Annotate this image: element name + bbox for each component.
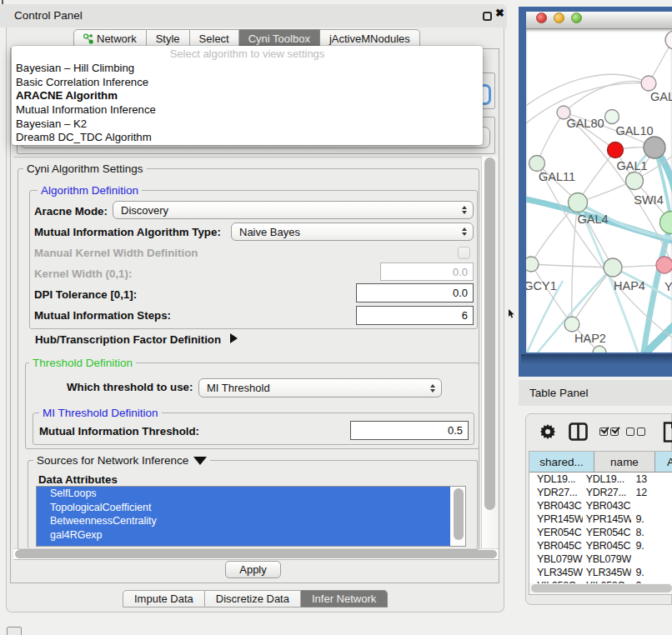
tab-label: Cyni Toolbox [248,32,310,45]
table-row[interactable]: YBL079W YBL079W [529,552,672,566]
table-row[interactable]: YDR27... YDR27... 12 [529,486,672,499]
network-icon [83,33,93,44]
manual-kernel-width-checkbox[interactable] [458,247,470,259]
tab[interactable]: Discretize Data [205,590,301,608]
table-row[interactable]: YBR045C YBR045C 9. [529,539,672,552]
dropdown-item[interactable]: Bayesian – Hill Climbing [12,62,483,76]
gear-icon[interactable] [540,424,555,439]
network-edge[interactable] [572,268,613,324]
column-header[interactable]: A [655,452,672,472]
dropdown-item[interactable]: ARACNE Algorithm [12,89,483,103]
network-node[interactable] [529,156,545,172]
list-item[interactable]: TopologicalCoefficient [37,501,465,515]
unchecked-columns-icon[interactable] [626,428,645,436]
apply-button[interactable]: Apply [225,561,281,578]
mi-steps-label: Mutual Information Steps: [34,309,171,322]
list-item[interactable]: BetweennessCentrality [37,514,465,528]
columns-icon[interactable] [569,422,588,441]
network-node[interactable] [564,317,579,332]
which-threshold-combo[interactable]: MI Threshold [198,378,442,398]
network-node-label: GAL11 [539,170,575,183]
node-table: shared... name A YDL19... YDL19... 13 YD… [529,451,672,595]
dropdown-item[interactable]: Mutual Information Inference [12,103,483,118]
scrollpane-border [13,157,499,158]
bottom-left-widget[interactable] [7,627,22,635]
mi-algorithm-type-value: Naive Bayes [239,226,300,238]
sources-title[interactable]: Sources for Network Inference [33,454,210,467]
network-node[interactable] [656,257,672,273]
table-row[interactable]: YDL19... YDL19... 13 [529,472,672,486]
control-panel-title: Control Panel [14,9,83,22]
mi-algorithm-type-combo[interactable]: Naive Bayes [231,222,474,241]
network-node[interactable] [644,137,665,158]
network-node[interactable] [660,212,672,234]
cell-value: 8. [631,526,672,539]
cell-shared-name: YBR045C [529,539,583,552]
dropdown-item[interactable]: Bayesian – K2 [12,118,483,132]
close-light[interactable] [536,12,547,23]
kernel-width-label: Kernel Width (0,1): [34,268,132,280]
minimize-light[interactable] [554,12,564,23]
network-node[interactable] [608,142,624,158]
settings-horizontal-scrollbar-thumb[interactable] [15,550,497,558]
network-node-label: HAP2 [574,332,606,345]
cell-value: 9. [631,566,672,579]
float-window-icon[interactable] [483,12,492,21]
table-row[interactable]: YBR043C YBR043C [529,499,672,512]
mi-threshold-label: Mutual Information Threshold: [39,425,199,438]
cell-shared-name: YDL19... [529,472,583,486]
network-node[interactable] [604,258,622,277]
which-threshold-label: Which threshold to use: [67,381,193,393]
cell-shared-name: YPR145W [529,512,583,526]
cell-name: YBR043C [583,499,632,512]
network-node[interactable] [665,31,672,49]
expand-arrow-icon[interactable] [230,333,238,343]
dropdown-item[interactable]: Dream8 DC_TDC Algorithm [12,131,483,145]
network-edge[interactable] [531,264,572,324]
tab[interactable]: Impute Data [123,590,205,608]
network-node[interactable] [605,110,619,124]
table-header: shared... name A [529,452,672,472]
cyni-settings-title: Cyni Algorithm Settings [23,162,147,175]
dpi-tolerance-field[interactable]: 0.0 [356,283,474,302]
column-header[interactable]: name [594,452,655,472]
network-edge[interactable] [537,112,564,163]
kernel-width-field[interactable]: 0.0 [380,262,474,281]
table-row[interactable]: YLR345W YLR345W 9. [529,566,672,579]
table-horizontal-scrollbar-thumb[interactable] [531,584,672,592]
table-row[interactable]: YER054C YER054C 8. [529,526,672,539]
close-icon[interactable]: ✖ [495,7,504,19]
column-header[interactable]: shared... [529,452,594,472]
table-row[interactable]: YPR145W YPR145W 9. [529,512,672,526]
collapse-arrow-icon[interactable] [193,457,207,465]
document-icon[interactable] [663,422,672,442]
aracne-mode-combo[interactable]: Discovery [113,201,474,219]
list-item[interactable]: gal4RGexp [37,528,465,542]
attributes-list-scrollbar-thumb[interactable] [454,488,464,540]
dropdown-item[interactable]: Basic Correlation Inference [12,76,483,90]
list-item[interactable]: SelfLoops [37,487,465,501]
network-node-label: GAL10 [615,124,653,138]
network-node[interactable] [626,172,644,190]
settings-vertical-scrollbar-thumb[interactable] [484,158,495,510]
mi-threshold-definition-title: MI Threshold Definition [39,407,162,419]
network-node[interactable] [569,193,588,212]
tab[interactable]: Infer Network [301,590,388,608]
tab-label: jActiveMNodules [329,32,410,45]
table-panel-toolbar [534,419,672,444]
cell-name: YPR145W [583,512,632,526]
zoom-light[interactable] [571,12,582,23]
network-edge[interactable] [526,74,649,109]
hub-definition-label[interactable]: Hub/Transcription Factor Definition [35,333,221,346]
mi-threshold-field[interactable]: 0.5 [350,421,469,440]
mi-steps-field[interactable]: 6 [356,306,474,325]
network-node-label: GCY1 [526,279,557,292]
network-canvas[interactable]: GAL7GAL80GAL10GAL1GAL11SWI4GAL4GCY1HAP4Y… [526,29,672,352]
network-window-titlebar [526,12,672,29]
network-node[interactable] [526,257,539,272]
tab-label: Discretize Data [216,592,289,605]
network-node-label: GAL80 [566,117,604,130]
checked-columns-icon[interactable] [599,428,619,436]
network-node[interactable] [593,346,606,352]
network-node[interactable] [641,76,656,91]
